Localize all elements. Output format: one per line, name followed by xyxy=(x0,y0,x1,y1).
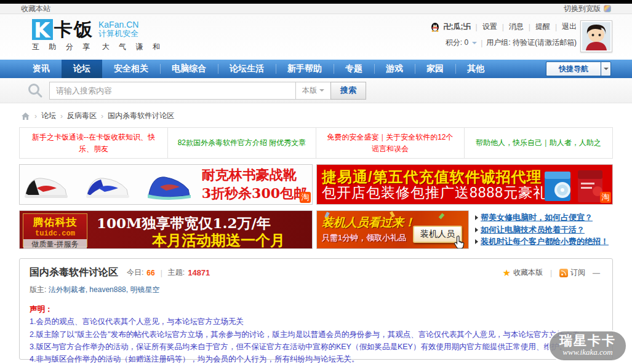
settings-link[interactable]: 设置 xyxy=(482,22,497,32)
kafan-k-icon: K xyxy=(32,19,53,40)
ikaka-watermark: 瑞星卡卡 www.ikaka.com xyxy=(548,330,627,362)
today-count: 66 xyxy=(146,269,154,277)
ad-banner-tuidc[interactable]: 腾佑科技 tuidc.com 做质量-拼服务 100M独享带宽仅1.2万/年 本… xyxy=(19,210,313,249)
nike-shoes-image xyxy=(21,166,206,204)
subscribe-link[interactable]: 订阅 xyxy=(559,267,585,278)
logo-subtitle: 计算机安全 xyxy=(98,30,138,39)
jyt-ad-line2: 包开店包装修包推广送8888元豪礼 xyxy=(322,183,548,202)
ad-row-2: 腾佑科技 tuidc.com 做质量-拼服务 100M独享带宽仅1.2万/年 本… xyxy=(19,210,613,249)
user-avatar[interactable] xyxy=(580,20,612,52)
home-icon[interactable] xyxy=(21,112,30,121)
main-navigation: 资讯 论坛 安全相关 电脑综合 论坛生活 新手帮助 专题 游戏 家园 其他 快捷… xyxy=(0,60,632,78)
avatar-image xyxy=(582,22,610,50)
credits-caret-icon[interactable] xyxy=(472,42,477,44)
search-button[interactable]: 搜索 xyxy=(330,82,366,100)
breadcrumb-forum[interactable]: 论坛 xyxy=(41,111,56,121)
tuidc-ad-line2: 本月活动期送一个月 xyxy=(152,231,285,249)
breadcrumb-current-board[interactable]: 国内杀毒软件讨论区 xyxy=(108,111,174,121)
search-scope-dropdown[interactable]: 本版 xyxy=(295,82,330,100)
taobao-icon: 淘 xyxy=(300,192,311,203)
ad-banner-jieyitong[interactable]: 捷易通/第五代充值软件诚招代理 包开店包装修包推广送8888元豪礼 淘 xyxy=(316,164,613,205)
quick-nav-dropdown-icon[interactable] xyxy=(601,61,611,76)
ad-row-1: 耐克林书豪战靴 3折秒杀300包邮 淘 捷易通/第五代充值软件诚招代理 包开店包… xyxy=(19,164,613,205)
statement-line: 4.非与版区合作举办的活动（如赠送注册码等），均为会员的个人行为，所有纠纷均与论… xyxy=(30,353,602,364)
zhuangji-ad-line1: 装机人员看过来！ xyxy=(322,215,415,231)
qq-icon xyxy=(430,22,440,32)
nav-item-news[interactable]: 资讯 xyxy=(21,60,62,78)
search-input[interactable] xyxy=(49,82,295,100)
nav-item-forumlife[interactable]: 论坛生活 xyxy=(218,60,276,78)
ad-link-item[interactable]: 装机时让每个客户都给小费的绝招！ xyxy=(475,236,613,247)
zhuangji-ad-line2: 只需1分钟，领取小礼品 xyxy=(322,232,406,243)
ad-banner-nike[interactable]: 耐克林书豪战靴 3折秒杀300包邮 淘 xyxy=(19,164,313,205)
credits-link[interactable]: 积分: 0 xyxy=(446,38,468,48)
nav-item-security[interactable]: 安全相关 xyxy=(102,60,160,78)
rss-icon xyxy=(559,269,568,277)
tuidc-logo-block: 腾佑科技 tuidc.com 做质量-拼服务 xyxy=(23,213,87,247)
star-icon: ★ xyxy=(502,267,510,279)
search-icon xyxy=(27,82,43,98)
search-bar: 本版 搜索 xyxy=(0,78,632,103)
logo-domain: KaFan.CN xyxy=(98,20,138,30)
ad-link-item[interactable]: 帮美女修电脑时，如何占便宜？ xyxy=(475,212,613,223)
messages-link[interactable]: 消息 xyxy=(509,22,524,32)
bullet-arrow-icon xyxy=(475,228,478,232)
switch-wide-link[interactable]: 切换到宽版 xyxy=(564,4,601,14)
logout-link[interactable]: 退出 xyxy=(562,22,577,32)
reminders-link[interactable]: 提醒 xyxy=(535,22,550,32)
usergroup-label: 用户组: 待验证(请激活邮箱) xyxy=(486,38,577,48)
scope-caret-icon xyxy=(319,89,324,92)
username-link[interactable]: 卍;瓜;卐 xyxy=(444,22,471,32)
watermark-url: www.ikaka.com xyxy=(559,347,616,357)
nav-item-topics[interactable]: 专题 xyxy=(334,60,374,78)
watermark-title: 瑞星卡卡 xyxy=(559,334,616,347)
hand-cursor-icon xyxy=(454,235,466,249)
statement-title: 声明： xyxy=(30,303,602,315)
nav-item-computer[interactable]: 电脑综合 xyxy=(160,60,218,78)
notice-foreign-antivirus[interactable]: 82款国外杀毒软件官方介绍 附优秀文章 xyxy=(168,128,316,158)
collapse-button[interactable]: — xyxy=(590,269,602,277)
topic-count: 14871 xyxy=(188,268,210,277)
nav-item-home[interactable]: 家园 xyxy=(415,60,455,78)
forum-stats: 今日: 66 | 主题: 14871 xyxy=(127,267,210,278)
nav-item-forum[interactable]: 论坛 xyxy=(62,60,102,78)
statement-line: 1.会员的观点、言论仅代表其个人意见，与本论坛官方立场无关 xyxy=(30,315,602,328)
site-header: K 卡饭 KaFan.CN 计算机安全 互 助 分 享大 气 谦 和 卍;瓜;卐… xyxy=(0,14,632,60)
statement-line: 2.版主除了以"版主公告"发布的帖代表论坛官方立场，其余参与的讨论，版主均是以普… xyxy=(30,328,602,341)
logo-slogan: 互 助 分 享大 气 谦 和 xyxy=(32,42,164,52)
forum-title: 国内杀毒软件讨论区 xyxy=(30,266,118,279)
utility-bar: 收藏本站 切换到宽版 xyxy=(0,4,632,14)
breadcrumb: › 论坛 › 反病毒区 › 国内杀毒软件讨论区 xyxy=(0,103,632,126)
ad-link-item[interactable]: 如何让电脑技术员抢着干活？ xyxy=(475,224,613,235)
breadcrumb-antivirus-zone[interactable]: 反病毒区 xyxy=(67,111,97,121)
site-logo[interactable]: K 卡饭 KaFan.CN 计算机安全 互 助 分 享大 气 谦 和 xyxy=(32,19,164,52)
style-switcher-icon[interactable] xyxy=(604,5,611,12)
statement-line: 3.版区与官方合作举办的活动，保证所有奖品均来自于官方，但不保证官方在活动中宣称… xyxy=(30,341,602,353)
bullet-arrow-icon xyxy=(475,215,478,220)
logo-kafan-text: 卡饭 xyxy=(54,19,94,40)
notice-help-others[interactable]: 帮助他人，快乐自己｜助人者，人助之 xyxy=(465,128,612,158)
nike-ad-text: 耐克林书豪战靴 3折秒杀300包邮 xyxy=(202,166,307,202)
moderators-row: 版主: 法外制裁者, heaven888, 明镜星空 xyxy=(30,285,602,295)
nav-item-games[interactable]: 游戏 xyxy=(374,60,415,78)
ad-text-links: 帮美女修电脑时，如何占便宜？ 如何让电脑技术员抢着干活？ 装机时让每个客户都给小… xyxy=(473,210,613,249)
ad-banner-zhuangji[interactable]: 装机人员看过来！ 只需1分钟，领取小礼品 装机人员 xyxy=(316,210,469,249)
forum-panel: 国内杀毒软件讨论区 今日: 66 | 主题: 14871 ★收藏本版 | 订阅 … xyxy=(19,258,613,360)
bullet-arrow-icon xyxy=(475,239,478,244)
nav-item-other[interactable]: 其他 xyxy=(455,60,496,78)
taobao-icon: 淘 xyxy=(600,192,611,203)
user-area: 卍;瓜;卐 | 设置 | 消息 | 提醒 | 退出 积分: 0 | 用户组: 待… xyxy=(430,22,577,48)
moderator-links[interactable]: 法外制裁者, heaven888, 明镜星空 xyxy=(49,285,160,294)
board-statement: 声明： 1.会员的观点、言论仅代表其个人意见，与本论坛官方立场无关 2.版主除了… xyxy=(30,303,602,364)
notice-security-feast[interactable]: 免费的安全盛宴｜关于安全软件的12个谣言和误会 xyxy=(316,128,465,158)
notice-newbie-guide[interactable]: 新手之卡饭通读--在卡饭收获知识、快乐、朋友 xyxy=(20,128,168,158)
quick-nav-button[interactable]: 快捷导航 xyxy=(546,61,611,76)
favorite-site-link[interactable]: 收藏本站 xyxy=(21,4,50,14)
favorite-board-link[interactable]: ★收藏本版 xyxy=(502,267,542,279)
notice-row: 新手之卡饭通读--在卡饭收获知识、快乐、朋友 82款国外杀毒软件官方介绍 附优秀… xyxy=(19,127,613,159)
nav-item-newbie[interactable]: 新手帮助 xyxy=(276,60,334,78)
